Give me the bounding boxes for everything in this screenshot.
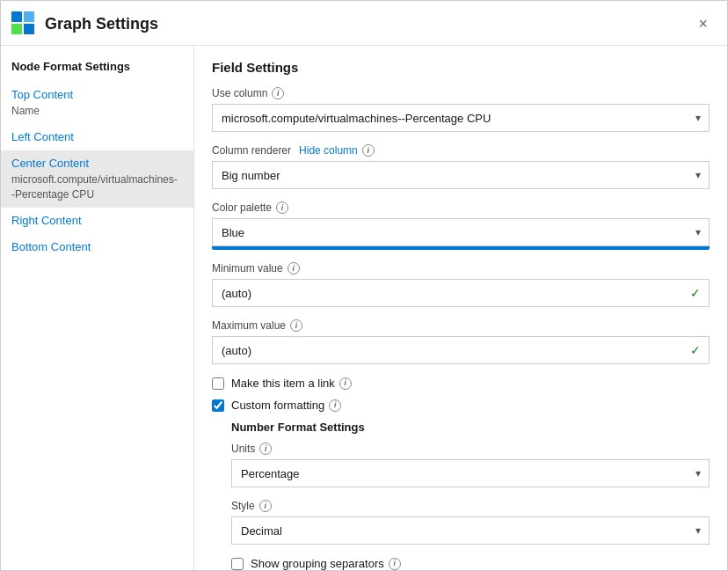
style-info-icon[interactable]: i	[259, 500, 272, 512]
sidebar-item-right-content-label: Right Content	[11, 213, 183, 229]
column-renderer-info-icon[interactable]: i	[362, 144, 375, 157]
sidebar-item-center-content[interactable]: Center Content microsoft.compute/virtual…	[1, 150, 193, 208]
sidebar: Node Format Settings Top Content Name Le…	[1, 46, 194, 570]
maximum-value-label: Maximum value i	[212, 319, 710, 332]
close-button[interactable]: ×	[693, 14, 713, 33]
use-column-select[interactable]: microsoft.compute/virtualmachines--Perce…	[212, 104, 710, 132]
color-palette-select-wrapper: Blue ▾	[212, 218, 710, 246]
style-select-wrapper: Decimal ▾	[231, 516, 710, 545]
style-label: Style i	[231, 500, 710, 512]
sidebar-item-right-content[interactable]: Right Content	[1, 208, 193, 234]
sidebar-item-center-content-sublabel: microsoft.compute/virtualmachines--Perce…	[11, 172, 183, 202]
units-select[interactable]: Percentage	[231, 459, 710, 487]
number-format-section: Number Format Settings Units i Percentag…	[231, 421, 710, 570]
graph-settings-dialog: Graph Settings × Node Format Settings To…	[0, 0, 728, 571]
sidebar-item-left-content-label: Left Content	[11, 129, 183, 145]
color-palette-group: Color palette i Blue ▾	[212, 201, 710, 250]
title-left: Graph Settings	[11, 11, 158, 36]
show-grouping-info-icon[interactable]: i	[389, 558, 401, 570]
minimum-value-input-wrapper: ✓	[212, 279, 710, 307]
maximum-value-group: Maximum value i ✓	[212, 319, 710, 364]
sidebar-item-bottom-content-label: Bottom Content	[11, 239, 183, 255]
number-format-title: Number Format Settings	[231, 421, 710, 434]
field-settings-title: Field Settings	[212, 60, 710, 75]
custom-formatting-row: Custom formatting i	[212, 399, 710, 412]
sidebar-item-bottom-content[interactable]: Bottom Content	[1, 234, 193, 260]
show-grouping-checkbox[interactable]	[231, 558, 244, 570]
color-palette-label: Color palette i	[212, 201, 710, 214]
content-area: Node Format Settings Top Content Name Le…	[1, 46, 727, 570]
units-label: Units i	[231, 443, 710, 455]
units-select-wrapper: Percentage ▾	[231, 459, 710, 487]
minimum-value-info-icon[interactable]: i	[288, 262, 300, 275]
sidebar-item-top-content-sublabel: Name	[11, 104, 183, 119]
units-group: Units i Percentage ▾	[231, 443, 710, 487]
maximum-value-info-icon[interactable]: i	[290, 319, 302, 332]
sidebar-item-center-content-label: Center Content	[11, 156, 183, 172]
color-palette-bar	[212, 246, 710, 250]
hide-column-link[interactable]: Hide column	[299, 144, 358, 157]
sidebar-section-title: Node Format Settings	[1, 60, 193, 82]
minimum-value-input[interactable]	[212, 279, 710, 307]
color-palette-info-icon[interactable]: i	[276, 201, 288, 214]
column-renderer-group: Column renderer Hide column i Big number…	[212, 144, 710, 189]
svg-rect-1	[24, 11, 34, 22]
sidebar-item-top-content-label: Top Content	[11, 87, 183, 103]
main-content: Field Settings Use column i microsoft.co…	[194, 46, 727, 570]
custom-formatting-label: Custom formatting i	[231, 399, 341, 412]
custom-formatting-info-icon[interactable]: i	[329, 399, 341, 412]
units-info-icon[interactable]: i	[259, 443, 272, 455]
title-bar: Graph Settings ×	[1, 1, 727, 46]
app-icon	[11, 11, 36, 36]
use-column-group: Use column i microsoft.compute/virtualma…	[212, 87, 710, 132]
show-grouping-label: Show grouping separators i	[251, 557, 401, 570]
sidebar-item-top-content[interactable]: Top Content Name	[1, 82, 193, 124]
column-renderer-select[interactable]: Big number	[212, 161, 710, 189]
sidebar-item-left-content[interactable]: Left Content	[1, 124, 193, 150]
style-select[interactable]: Decimal	[231, 516, 710, 545]
use-column-info-icon[interactable]: i	[272, 87, 284, 99]
svg-rect-3	[24, 24, 34, 34]
use-column-select-wrapper: microsoft.compute/virtualmachines--Perce…	[212, 104, 710, 132]
make-link-label: Make this item a link i	[231, 377, 352, 390]
svg-rect-2	[11, 24, 22, 34]
make-link-row: Make this item a link i	[212, 377, 710, 390]
dialog-title: Graph Settings	[45, 15, 158, 33]
show-grouping-row: Show grouping separators i	[231, 557, 710, 570]
style-group: Style i Decimal ▾	[231, 500, 710, 545]
use-column-label: Use column i	[212, 87, 710, 99]
make-link-info-icon[interactable]: i	[339, 377, 352, 390]
svg-rect-0	[11, 11, 22, 22]
column-renderer-select-wrapper: Big number ▾	[212, 161, 710, 189]
custom-formatting-checkbox[interactable]	[212, 399, 224, 412]
maximum-value-input[interactable]	[212, 336, 710, 364]
minimum-value-group: Minimum value i ✓	[212, 262, 710, 307]
column-renderer-label: Column renderer Hide column i	[212, 144, 710, 157]
make-link-checkbox[interactable]	[212, 377, 224, 390]
maximum-value-input-wrapper: ✓	[212, 336, 710, 364]
minimum-value-label: Minimum value i	[212, 262, 710, 275]
color-palette-select[interactable]: Blue	[212, 218, 710, 246]
